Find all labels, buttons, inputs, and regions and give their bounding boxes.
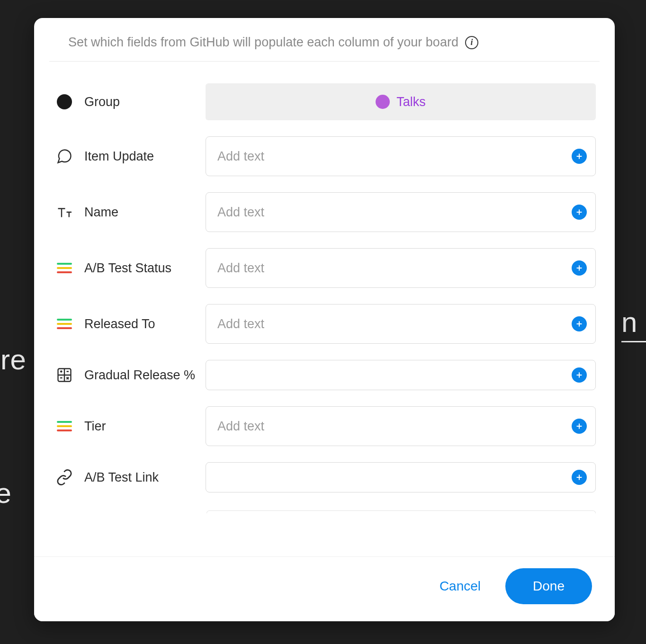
text-input-ab-test-status[interactable] xyxy=(206,248,596,288)
modal-description: Set which fields from GitHub will popula… xyxy=(68,35,458,50)
field-row-name: Name xyxy=(49,188,600,236)
text-input[interactable] xyxy=(217,205,566,220)
field-label: Name xyxy=(84,205,118,220)
modal-body: Group Talks Item Update xyxy=(34,62,615,556)
background-text-left: l re re xyxy=(0,260,26,553)
field-label: Gradual Release % xyxy=(84,368,195,383)
text-input[interactable] xyxy=(217,368,566,383)
bg-text-line: n it xyxy=(621,306,646,342)
next-field-peek xyxy=(206,510,596,513)
text-input-item-update[interactable] xyxy=(206,136,596,176)
add-button[interactable] xyxy=(572,260,587,276)
text-input-gradual-release[interactable] xyxy=(206,360,596,390)
group-color-dot xyxy=(376,95,390,109)
calculator-icon xyxy=(55,366,74,385)
info-icon[interactable]: i xyxy=(465,36,478,49)
speech-bubble-icon xyxy=(55,147,74,166)
add-button[interactable] xyxy=(572,470,587,485)
field-label: Tier xyxy=(84,419,106,434)
field-row-ab-test-link: A/B Test Link xyxy=(49,458,600,496)
group-label: Group xyxy=(84,95,120,109)
bg-text-line: l re xyxy=(0,340,26,380)
field-row-item-update: Item Update xyxy=(49,133,600,180)
group-value-col: Talks xyxy=(206,83,596,120)
text-input[interactable] xyxy=(217,261,566,276)
status-lines-icon xyxy=(55,417,74,436)
group-row: Group Talks xyxy=(49,80,600,124)
field-row-tier: Tier xyxy=(49,402,600,450)
text-input[interactable] xyxy=(217,149,566,164)
status-lines-icon xyxy=(55,314,74,333)
status-lines-icon xyxy=(55,259,74,277)
text-input-tier[interactable] xyxy=(206,406,596,446)
text-input-released-to[interactable] xyxy=(206,304,596,344)
field-label: A/B Test Link xyxy=(84,470,159,485)
field-row-ab-test-status: A/B Test Status xyxy=(49,244,600,292)
field-label: Released To xyxy=(84,317,155,331)
cancel-button[interactable]: Cancel xyxy=(440,579,481,594)
group-selector[interactable]: Talks xyxy=(206,83,596,120)
add-button[interactable] xyxy=(572,316,587,331)
add-button[interactable] xyxy=(572,149,587,164)
modal-footer: Cancel Done xyxy=(34,556,615,621)
add-button[interactable] xyxy=(572,419,587,434)
text-input-ab-test-link[interactable] xyxy=(206,462,596,492)
field-mapping-modal: Set which fields from GitHub will popula… xyxy=(34,18,615,621)
text-input-name[interactable] xyxy=(206,192,596,232)
circle-icon xyxy=(55,92,74,111)
add-button[interactable] xyxy=(572,367,587,383)
text-input[interactable] xyxy=(217,419,566,434)
done-button[interactable]: Done xyxy=(505,568,592,604)
field-label: A/B Test Status xyxy=(84,261,171,276)
modal-header: Set which fields from GitHub will popula… xyxy=(49,26,600,62)
bg-text-line: re xyxy=(0,474,26,513)
field-row-gradual-release: Gradual Release % xyxy=(49,356,600,394)
text-input[interactable] xyxy=(217,317,566,331)
text-input[interactable] xyxy=(217,470,566,485)
text-type-icon xyxy=(55,203,74,222)
field-row-released-to: Released To xyxy=(49,300,600,348)
group-selected-name: Talks xyxy=(396,95,426,109)
field-label: Item Update xyxy=(84,149,154,164)
add-button[interactable] xyxy=(572,205,587,220)
link-icon xyxy=(55,468,74,487)
group-label-col: Group xyxy=(53,92,206,111)
